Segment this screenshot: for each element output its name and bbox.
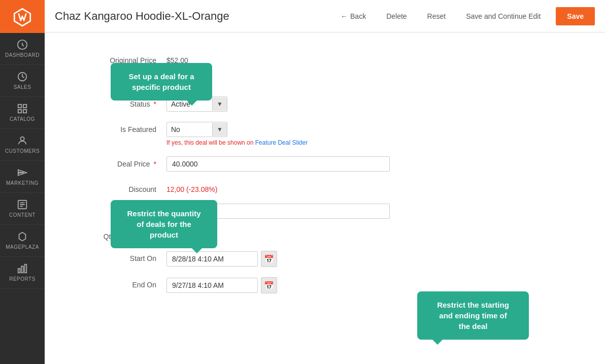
deal-price-label: Deal Price * (65, 156, 166, 168)
deal-price-row: Deal Price * (65, 156, 585, 172)
page-title: Chaz Kangaroo Hoodie-XL-Orange (55, 10, 325, 23)
sidebar-sales-label: SALES (14, 84, 31, 90)
svg-point-6 (20, 137, 24, 141)
main-area: Chaz Kangaroo Hoodie-XL-Orange ← Back De… (45, 0, 605, 364)
svg-marker-8 (19, 233, 26, 241)
feature-deal-slider-link[interactable]: Feature Deal Slider (255, 139, 308, 146)
sidebar-marketing-label: MARKETING (6, 180, 39, 186)
form-content: Set up a deal for a specific product Ori… (45, 32, 605, 364)
end-on-input[interactable] (166, 278, 258, 293)
status-select-arrow-icon: ▼ (212, 97, 227, 111)
start-on-label: Start On (65, 251, 166, 262)
reset-button[interactable]: Reset (422, 9, 451, 23)
is-featured-select[interactable]: No Yes (167, 122, 212, 137)
is-featured-row: Is Featured No Yes ▼ If yes, this deal w… (65, 122, 585, 146)
sidebar-item-dashboard[interactable]: DASHBOARD (0, 33, 45, 65)
is-featured-select-wrap[interactable]: No Yes ▼ (166, 122, 227, 137)
svg-rect-9 (18, 269, 20, 273)
save-button[interactable]: Save (556, 7, 595, 25)
sidebar-item-mageplaza[interactable]: MAGEPLAZA (0, 225, 45, 257)
deal-price-required: * (154, 160, 156, 168)
start-on-row: Start On 📅 (65, 251, 585, 267)
sidebar-catalog-label: CATALOG (10, 116, 35, 122)
sidebar-item-content[interactable]: CONTENT (0, 193, 45, 225)
sidebar-item-reports[interactable]: REPORTS (0, 257, 45, 289)
sidebar-dashboard-label: DASHBOARD (5, 52, 40, 58)
svg-rect-4 (18, 110, 21, 113)
status-required: * (154, 100, 156, 108)
svg-rect-3 (23, 105, 26, 108)
sidebar-content-label: CONTENT (9, 212, 36, 218)
start-on-field-group: 📅 (166, 251, 277, 267)
svg-rect-5 (23, 110, 26, 113)
setup-deal-tooltip: Set up a deal for a specific product (111, 63, 212, 101)
sidebar-logo[interactable] (0, 0, 45, 33)
sidebar-item-catalog[interactable]: CATALOG (0, 97, 45, 129)
discount-value: 12,00 (-23.08%) (166, 182, 217, 193)
sidebar: DASHBOARD SALES CATALOG CUSTOMERS MARKET… (0, 0, 45, 364)
discount-row: Discount 12,00 (-23.08%) (65, 182, 585, 193)
sidebar-item-customers[interactable]: CUSTOMERS (0, 129, 45, 161)
sidebar-mageplaza-label: MAGEPLAZA (6, 244, 39, 250)
sidebar-item-sales[interactable]: SALES (0, 65, 45, 97)
svg-rect-2 (18, 105, 21, 108)
restrict-time-tooltip: Restrict the starting and ending time of… (417, 291, 529, 340)
deal-price-input[interactable] (166, 156, 390, 172)
end-on-calendar-icon[interactable]: 📅 (261, 277, 277, 293)
start-on-input[interactable] (166, 251, 258, 267)
is-featured-arrow-icon: ▼ (212, 123, 227, 136)
restrict-qty-tooltip: Restrict the quantity of deals for the p… (111, 200, 217, 248)
end-on-field-group: 📅 (166, 277, 277, 293)
end-on-label: End On (65, 277, 166, 289)
back-button[interactable]: ← Back (335, 9, 371, 23)
svg-rect-11 (25, 264, 27, 273)
back-arrow-icon: ← (341, 12, 348, 20)
is-featured-note: If yes, this deal will be shown on Featu… (166, 139, 308, 146)
sidebar-reports-label: REPORTS (9, 276, 36, 282)
delete-button[interactable]: Delete (381, 9, 412, 23)
is-featured-field-group: No Yes ▼ If yes, this deal will be shown… (166, 122, 308, 146)
svg-rect-10 (21, 266, 23, 273)
save-continue-button[interactable]: Save and Continue Edit (461, 9, 546, 23)
start-on-calendar-icon[interactable]: 📅 (261, 251, 277, 267)
sidebar-customers-label: CUSTOMERS (5, 148, 40, 154)
sidebar-item-marketing[interactable]: MARKETING (0, 161, 45, 193)
page-header: Chaz Kangaroo Hoodie-XL-Orange ← Back De… (45, 0, 605, 32)
is-featured-label: Is Featured (65, 122, 166, 134)
discount-label: Discount (65, 182, 166, 193)
